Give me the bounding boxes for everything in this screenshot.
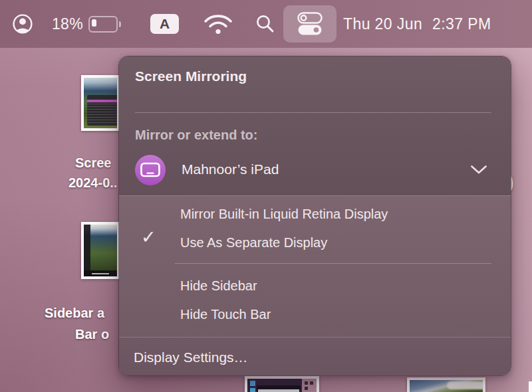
input-source-menu-item[interactable]: A xyxy=(150,0,179,48)
panel-title: Screen Mirroring xyxy=(135,68,247,84)
mirror-or-extend-label: Mirror or extend to: xyxy=(135,128,257,143)
menu-item-use-as-separate-display[interactable]: Use As Separate Display xyxy=(180,235,327,250)
desktop-file-thumbnail-screenshot[interactable] xyxy=(81,75,120,131)
thumbnail-image xyxy=(84,225,117,276)
battery-menu-item[interactable]: 18% xyxy=(52,0,83,48)
user-account-icon xyxy=(12,13,33,35)
search-icon xyxy=(255,13,276,35)
screen-mirroring-panel: Screen Mirroring Mirror or extend to: Ma… xyxy=(118,56,511,376)
ipad-display-icon xyxy=(135,155,166,185)
battery-percent: 18% xyxy=(52,15,83,33)
file-label[interactable]: Scree xyxy=(75,155,112,171)
desktop-file-thumbnail-bottom-right[interactable] xyxy=(407,377,485,392)
spotlight-menu-item[interactable] xyxy=(255,0,276,48)
menu-item-hide-touch-bar[interactable]: Hide Touch Bar xyxy=(180,307,271,322)
date-label: Thu 20 Jun xyxy=(343,15,422,33)
battery-icon[interactable] xyxy=(88,0,121,48)
control-center-icon xyxy=(297,12,323,36)
menu-bar: 18% A Thu 20 Jun 2:37 PM xyxy=(0,0,532,48)
display-settings-label: Display Settings… xyxy=(134,349,248,365)
menu-item-hide-sidebar[interactable]: Hide Sidebar xyxy=(180,278,257,294)
file-label[interactable]: Sidebar a xyxy=(45,306,104,321)
desktop-file-thumbnail-edge xyxy=(529,381,532,392)
divider xyxy=(175,263,491,264)
thumbnail-image xyxy=(247,379,317,392)
wifi-icon xyxy=(203,12,233,36)
desktop-file-thumbnail-bottom-left[interactable] xyxy=(245,376,319,392)
chevron-down-icon[interactable] xyxy=(470,165,487,177)
menu-item-mirror-built-in[interactable]: Mirror Built-in Liquid Retina Display xyxy=(180,207,388,222)
time-label: 2:37 PM xyxy=(432,15,491,33)
wifi-menu-item[interactable] xyxy=(203,0,233,48)
control-center-menu-item[interactable] xyxy=(283,5,336,43)
input-source-icon: A xyxy=(150,14,179,34)
checkmark-icon: ✓ xyxy=(141,229,156,246)
menu-item-display-settings[interactable]: Display Settings… xyxy=(119,337,511,376)
file-label[interactable]: Bar o xyxy=(75,327,109,342)
divider xyxy=(135,112,491,113)
file-label[interactable]: 2024-0.. xyxy=(68,175,117,191)
thumbnail-image xyxy=(84,78,117,128)
device-row-mahnoors-ipad[interactable]: Mahnoor’s iPad xyxy=(119,152,511,188)
user-account-menu-item[interactable] xyxy=(12,0,33,48)
clock-menu-item[interactable]: Thu 20 Jun 2:37 PM xyxy=(343,0,491,48)
thumbnail-image xyxy=(410,380,483,392)
desktop-file-thumbnail-sidebar[interactable] xyxy=(81,222,120,279)
device-name: Mahnoor’s iPad xyxy=(182,161,279,177)
